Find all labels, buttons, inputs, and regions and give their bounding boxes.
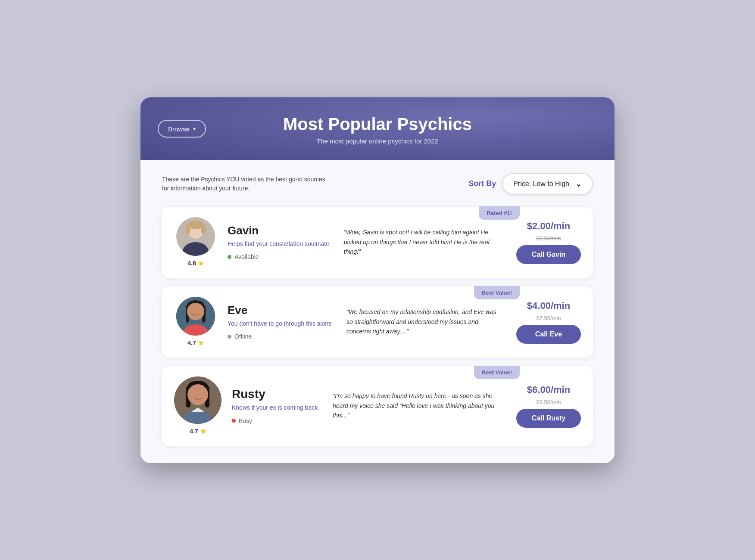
svg-point-23: [187, 384, 208, 405]
psychic-card-rusty: Best Value!: [162, 366, 593, 446]
svg-point-15: [187, 303, 204, 320]
card-badge-gavin: Rated #1!: [479, 206, 520, 220]
status-dot-rusty: [232, 419, 236, 423]
psychic-name-rusty: Rusty: [232, 387, 318, 401]
page-subtitle: The most popular online psychics for 202…: [166, 137, 589, 145]
card-info-gavin: Gavin Helps find your constellation soul…: [228, 224, 329, 261]
call-rusty-button[interactable]: Call Rusty: [516, 409, 581, 428]
price-current-gavin: $2.00/min: [527, 221, 570, 232]
svg-point-5: [185, 224, 190, 234]
price-original-gavin: $6.50/min: [536, 235, 561, 242]
sort-row: These are the Psychics YOU voted as the …: [162, 173, 593, 195]
sort-current-value: Price: Low to High: [513, 180, 569, 188]
card-info-eve: Eve You don't have to go through this al…: [228, 304, 332, 340]
status-label-rusty: Busy: [239, 417, 252, 424]
card-quote-eve: "We focused on my relationship confusion…: [342, 307, 506, 336]
rating-gavin: 4.8 ★: [187, 259, 203, 268]
status-rusty: Busy: [232, 417, 318, 424]
star-icon: ★: [198, 339, 204, 347]
avatar-section-eve: 4.7 ★: [174, 297, 217, 347]
svg-point-6: [201, 224, 206, 234]
main-content: These are the Psychics YOU voted as the …: [140, 160, 615, 463]
rating-rusty: 4.7 ★: [190, 427, 206, 436]
price-current-eve: $4.00/min: [527, 300, 570, 311]
avatar-section-gavin: 4.8 ★: [174, 217, 217, 268]
price-current-rusty: $6.00/min: [527, 384, 570, 395]
psychic-tagline-gavin: Helps find your constellation soulmate: [228, 240, 329, 249]
call-eve-button[interactable]: Call Eve: [516, 325, 581, 344]
sort-dropdown[interactable]: Price: Low to High ⌄: [502, 173, 593, 195]
rating-value-eve: 4.7: [187, 339, 196, 346]
chevron-down-icon: ▾: [193, 126, 196, 132]
card-info-rusty: Rusty Knows if your ex is coming back Bu…: [232, 387, 318, 424]
avatar-eve: [176, 297, 215, 336]
status-dot-eve: [228, 335, 231, 339]
rating-value-gavin: 4.8: [187, 260, 196, 267]
status-label-gavin: Available: [234, 253, 259, 260]
sort-label: Sort By: [468, 179, 496, 188]
browse-button[interactable]: Browse ▾: [158, 120, 206, 137]
price-section-eve: $4.00/min $7.50/min Call Eve: [516, 300, 581, 344]
sort-controls: Sort By Price: Low to High ⌄: [468, 173, 593, 195]
call-gavin-button[interactable]: Call Gavin: [516, 245, 581, 264]
psychic-tagline-rusty: Knows if your ex is coming back: [232, 404, 318, 412]
status-dot-gavin: [228, 255, 231, 259]
price-section-gavin: $2.00/min $6.50/min Call Gavin: [516, 221, 581, 264]
card-badge-rusty: Best Value!: [474, 366, 520, 379]
avatar-rusty: [174, 376, 222, 424]
status-gavin: Available: [228, 253, 329, 260]
page-title: Most Popular Psychics: [166, 115, 589, 134]
psychic-tagline-eve: You don't have to go through this alone: [228, 320, 332, 328]
price-section-rusty: $6.00/min $8.50/min Call Rusty: [516, 384, 581, 428]
browse-label: Browse: [168, 125, 190, 132]
card-quote-rusty: "I'm so happy to have found Rusty on her…: [328, 391, 506, 420]
avatar-gavin: [176, 217, 215, 256]
status-eve: Offline: [228, 333, 332, 340]
rating-eve: 4.7 ★: [187, 339, 203, 347]
price-original-rusty: $8.50/min: [536, 399, 561, 405]
intro-text: These are the Psychics YOU voted as the …: [162, 175, 326, 193]
card-badge-eve: Best Value!: [474, 286, 520, 299]
rating-value-rusty: 4.7: [190, 428, 198, 435]
psychic-name-eve: Eve: [228, 304, 332, 317]
header: Browse ▾ Most Popular Psychics The most …: [140, 97, 615, 160]
star-icon: ★: [198, 259, 204, 268]
status-label-eve: Offline: [234, 333, 252, 340]
chevron-down-icon: ⌄: [575, 179, 582, 189]
app-container: Browse ▾ Most Popular Psychics The most …: [140, 97, 615, 463]
avatar-section-rusty: 4.7 ★: [174, 376, 222, 436]
psychic-name-gavin: Gavin: [228, 224, 329, 237]
psychic-card-gavin: Rated #1! 4.8: [162, 207, 593, 278]
psychic-card-eve: Best Value!: [162, 286, 593, 358]
card-quote-gavin: "Wow, Gavin is spot on!! I will be calli…: [340, 227, 506, 256]
price-original-eve: $7.50/min: [536, 315, 561, 321]
star-icon: ★: [200, 427, 206, 436]
